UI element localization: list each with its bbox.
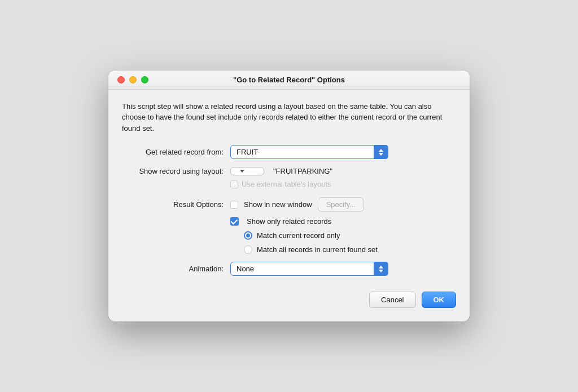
external-layouts-row: Use external table's layouts (122, 180, 456, 188)
external-layouts-checkbox-row: Use external table's layouts (230, 180, 456, 188)
dialog-body: This script step will show a related rec… (108, 90, 470, 322)
show-new-window-checkbox[interactable] (230, 201, 238, 209)
specify-button[interactable]: Specify... (318, 197, 365, 212)
dialog-footer: Cancel OK (122, 289, 456, 308)
maximize-button[interactable] (141, 76, 148, 83)
traffic-lights (117, 76, 148, 83)
minimize-button[interactable] (129, 76, 137, 83)
get-related-row: Get related record from: FRUIT (122, 145, 456, 159)
show-only-related-checkbox-row: Show only related records (230, 217, 456, 226)
result-options-label: Result Options: (122, 200, 224, 209)
result-controls: Show in new window Specify... (230, 197, 364, 212)
show-only-related-checkbox[interactable] (230, 217, 239, 226)
close-button[interactable] (117, 76, 125, 83)
animation-label: Animation: (122, 265, 224, 273)
cancel-button[interactable]: Cancel (369, 292, 415, 308)
match-all-label: Match all records in current found set (257, 245, 378, 254)
ok-button[interactable]: OK (422, 292, 457, 308)
title-bar: "Go to Related Record" Options (108, 71, 470, 90)
get-related-select-wrapper: FRUIT (230, 145, 388, 159)
show-layout-control: "FRUITPARKING" (230, 167, 456, 175)
match-options: Match current record only Match all reco… (244, 231, 456, 254)
match-all-radio[interactable] (244, 245, 252, 254)
match-current-label: Match current record only (257, 231, 340, 240)
animation-select-wrapper: None (230, 262, 388, 276)
show-new-window-label: Show in new window (244, 200, 312, 209)
dialog-title: "Go to Related Record" Options (233, 76, 345, 84)
get-related-select[interactable]: FRUIT (230, 145, 388, 159)
get-related-control: FRUIT (230, 145, 456, 159)
show-layout-row: Show record using layout: "FRUITPARKING" (122, 167, 456, 175)
description-text: This script step will show a related rec… (122, 101, 456, 134)
dialog-window: "Go to Related Record" Options This scri… (108, 71, 470, 322)
show-layout-label: Show record using layout: (122, 167, 224, 175)
animation-select[interactable]: None (230, 262, 388, 276)
external-layouts-checkbox-box (230, 180, 238, 188)
match-current-row: Match current record only (244, 231, 456, 240)
result-options-row: Result Options: Show in new window Speci… (122, 197, 456, 212)
match-current-radio[interactable] (244, 231, 252, 240)
show-only-related-label: Show only related records (247, 217, 331, 226)
animation-row: Animation: None (122, 262, 456, 276)
match-all-row: Match all records in current found set (244, 245, 456, 254)
external-layouts-label: Use external table's layouts (242, 180, 331, 188)
layout-dropdown-arrow-icon (240, 170, 244, 173)
get-related-label: Get related record from: (122, 148, 224, 156)
layout-dropdown-button[interactable] (230, 167, 264, 175)
layout-name-text: "FRUITPARKING" (273, 167, 332, 175)
show-only-related-row: Show only related records Match current … (230, 217, 456, 254)
external-layouts-checkbox[interactable]: Use external table's layouts (230, 180, 331, 188)
